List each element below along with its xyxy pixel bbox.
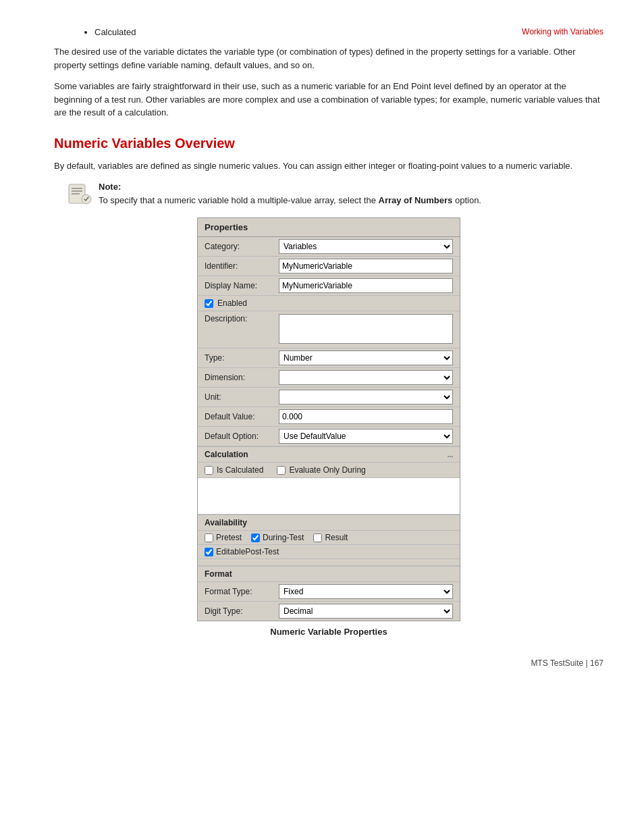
unit-label: Unit: [205, 392, 279, 402]
note-text2: option. [452, 195, 481, 205]
default-option-label: Default Option: [205, 432, 279, 441]
is-calculated-label: Is Calculated [217, 465, 263, 475]
result-group: Result [313, 533, 348, 542]
type-value[interactable]: Number [279, 350, 453, 365]
during-test-group: During-Test [251, 533, 304, 542]
note-bold: Array of Numbers [379, 195, 453, 205]
default-value-field[interactable] [279, 409, 453, 424]
dimension-value[interactable] [279, 370, 453, 385]
format-label: Format [205, 569, 232, 579]
footer-text: MTS TestSuite | 167 [531, 658, 603, 668]
enabled-label: Enabled [217, 298, 247, 308]
prop-row-description: Description: [198, 311, 460, 348]
type-label: Type: [205, 353, 279, 363]
properties-title: Properties [198, 218, 460, 237]
description-label: Description: [205, 314, 279, 323]
prop-row-defaultoption: Default Option: Use DefaultValue [198, 427, 460, 446]
note-box: Note: To specify that a numeric variable… [68, 180, 603, 207]
section-title: Numeric Variables Overview [54, 136, 603, 151]
category-select[interactable]: Variables [279, 239, 453, 254]
note-icon [68, 182, 92, 206]
is-calculated-group: Is Calculated [205, 465, 263, 475]
format-header: Format [198, 566, 460, 582]
availability-header: Availability [198, 515, 460, 531]
displayname-label: Display Name: [205, 281, 279, 290]
displayname-input[interactable] [279, 278, 453, 293]
prop-row-defaultvalue: Default Value: [198, 407, 460, 427]
digit-type-label: Digit Type: [205, 606, 279, 616]
editable-post-group: EditablePost-Test [205, 547, 279, 556]
spacer-row [198, 559, 460, 566]
default-option-value[interactable]: Use DefaultValue [279, 429, 453, 444]
unit-value[interactable] [279, 390, 453, 405]
availability-label: Availability [205, 518, 247, 527]
editable-post-checkbox[interactable] [205, 548, 213, 556]
is-calculated-checkbox[interactable] [205, 466, 213, 475]
during-test-label: During-Test [263, 533, 304, 542]
avail-row-2: EditablePost-Test [198, 545, 460, 559]
identifier-value[interactable] [279, 259, 453, 273]
note-content: Note: To specify that a numeric variable… [99, 180, 481, 207]
result-label: Result [325, 533, 348, 542]
calc-row: Is Calculated Evaluate Only During [198, 463, 460, 478]
note-text: To specify that a numeric variable hold … [99, 195, 379, 205]
enabled-row: Enabled [198, 296, 460, 311]
prop-row-formattype: Format Type: Fixed [198, 582, 460, 602]
eval-only-checkbox[interactable] [277, 466, 286, 475]
calculation-header: Calculation ... [198, 446, 460, 463]
digit-type-value[interactable]: Decimal [279, 604, 453, 619]
paragraph-2: Some variables are fairly straightforwar… [54, 80, 603, 120]
calc-dots[interactable]: ... [448, 451, 453, 459]
default-option-select[interactable]: Use DefaultValue [279, 429, 453, 444]
dimension-label: Dimension: [205, 373, 279, 382]
eval-only-group: Evaluate Only During [277, 465, 365, 475]
digit-type-select[interactable]: Decimal [279, 604, 453, 619]
prop-row-dimension: Dimension: [198, 368, 460, 388]
enabled-checkbox[interactable] [205, 299, 213, 308]
editable-post-label: EditablePost-Test [216, 547, 279, 556]
identifier-input[interactable] [279, 259, 453, 273]
properties-panel: Properties Category: Variables Identifie… [197, 217, 460, 621]
pretest-label: Pretest [216, 533, 242, 542]
description-value[interactable] [279, 314, 453, 346]
displayname-value[interactable] [279, 278, 453, 293]
description-textarea[interactable] [279, 314, 453, 344]
eval-only-label: Evaluate Only During [289, 465, 365, 475]
pretest-checkbox[interactable] [205, 533, 213, 542]
format-type-select[interactable]: Fixed [279, 584, 453, 599]
header-right-text: Working with Variables [522, 27, 603, 36]
identifier-label: Identifier: [205, 261, 279, 271]
paragraph-1: The desired use of the variable dictates… [54, 45, 603, 72]
default-value-input[interactable] [279, 409, 453, 424]
prop-row-identifier: Identifier: [198, 257, 460, 276]
section-intro: By default, variables are defined as sin… [54, 159, 603, 173]
calc-area [198, 478, 460, 515]
default-value-label: Default Value: [205, 412, 279, 421]
prop-row-unit: Unit: [198, 388, 460, 407]
calculation-label: Calculation [205, 450, 248, 459]
format-type-value[interactable]: Fixed [279, 584, 453, 599]
category-label: Category: [205, 242, 279, 251]
prop-row-category: Category: Variables [198, 237, 460, 257]
during-test-checkbox[interactable] [251, 533, 260, 542]
note-label: Note: [99, 182, 121, 192]
type-select[interactable]: Number [279, 350, 453, 365]
properties-caption: Numeric Variable Properties [54, 627, 603, 637]
pretest-group: Pretest [205, 533, 242, 542]
prop-row-type: Type: Number [198, 348, 460, 368]
unit-select[interactable] [279, 390, 453, 405]
format-type-label: Format Type: [205, 587, 279, 596]
avail-row-1: Pretest During-Test Result [198, 531, 460, 545]
category-value[interactable]: Variables [279, 239, 453, 254]
dimension-select[interactable] [279, 370, 453, 385]
result-checkbox[interactable] [313, 533, 322, 542]
prop-row-digittype: Digit Type: Decimal [198, 602, 460, 621]
prop-row-displayname: Display Name: [198, 276, 460, 296]
